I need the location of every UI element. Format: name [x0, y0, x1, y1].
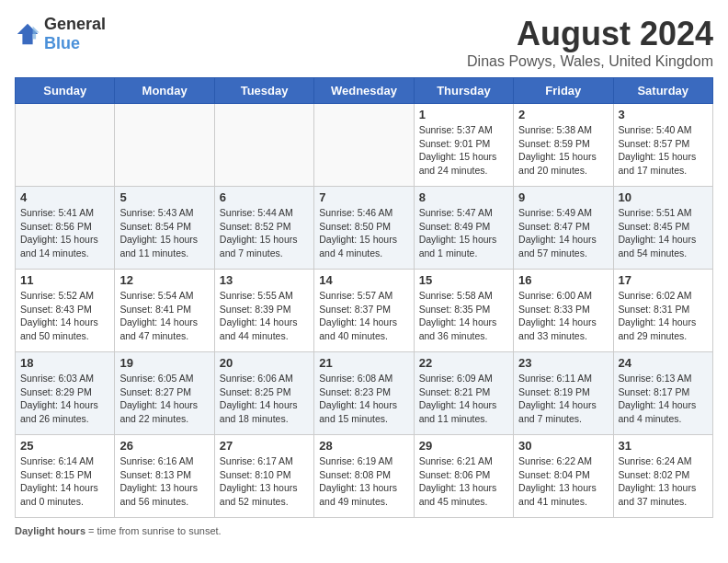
day-info: Sunrise: 6:13 AM Sunset: 8:17 PM Dayligh… [619, 372, 708, 426]
calendar-cell: 30Sunrise: 6:22 AM Sunset: 8:04 PM Dayli… [514, 435, 613, 518]
day-info: Sunrise: 5:46 AM Sunset: 8:50 PM Dayligh… [319, 206, 408, 260]
day-number: 11 [20, 273, 109, 287]
calendar-cell: 23Sunrise: 6:11 AM Sunset: 8:19 PM Dayli… [514, 352, 613, 435]
calendar-cell: 1Sunrise: 5:37 AM Sunset: 9:01 PM Daylig… [414, 104, 513, 187]
calendar-cell [314, 104, 414, 187]
calendar-cell: 6Sunrise: 5:44 AM Sunset: 8:52 PM Daylig… [214, 187, 313, 270]
day-number: 9 [518, 190, 608, 204]
day-number: 27 [220, 439, 309, 453]
calendar-cell: 26Sunrise: 6:16 AM Sunset: 8:13 PM Dayli… [115, 435, 214, 518]
calendar-cell [115, 104, 214, 187]
calendar-week-3: 11Sunrise: 5:52 AM Sunset: 8:43 PM Dayli… [16, 270, 713, 352]
day-number: 5 [119, 190, 209, 204]
col-tuesday: Tuesday [214, 78, 313, 104]
day-number: 8 [419, 190, 508, 204]
calendar-cell [16, 104, 115, 187]
calendar-body: 1Sunrise: 5:37 AM Sunset: 9:01 PM Daylig… [16, 104, 713, 518]
day-number: 19 [119, 356, 209, 370]
day-info: Sunrise: 6:03 AM Sunset: 8:29 PM Dayligh… [20, 372, 109, 426]
day-number: 2 [518, 108, 608, 121]
calendar-cell: 22Sunrise: 6:09 AM Sunset: 8:21 PM Dayli… [414, 352, 513, 435]
calendar-cell: 2Sunrise: 5:38 AM Sunset: 8:59 PM Daylig… [514, 104, 613, 187]
logo-blue: Blue [44, 34, 80, 52]
calendar-cell [214, 104, 313, 187]
calendar-cell: 14Sunrise: 5:57 AM Sunset: 8:37 PM Dayli… [314, 270, 414, 352]
col-thursday: Thursday [414, 78, 513, 104]
day-info: Sunrise: 5:51 AM Sunset: 8:45 PM Dayligh… [619, 206, 708, 260]
calendar-cell: 10Sunrise: 5:51 AM Sunset: 8:45 PM Dayli… [613, 187, 712, 270]
day-info: Sunrise: 6:09 AM Sunset: 8:21 PM Dayligh… [419, 372, 508, 426]
calendar: Sunday Monday Tuesday Wednesday Thursday… [15, 77, 713, 518]
day-info: Sunrise: 6:24 AM Sunset: 8:02 PM Dayligh… [619, 454, 708, 509]
day-number: 15 [419, 273, 508, 287]
day-number: 10 [619, 190, 708, 204]
day-info: Sunrise: 6:21 AM Sunset: 8:06 PM Dayligh… [419, 454, 508, 509]
day-number: 1 [419, 108, 508, 121]
calendar-cell: 9Sunrise: 5:49 AM Sunset: 8:47 PM Daylig… [514, 187, 613, 270]
day-info: Sunrise: 6:22 AM Sunset: 8:04 PM Dayligh… [518, 454, 608, 509]
calendar-cell: 19Sunrise: 6:05 AM Sunset: 8:27 PM Dayli… [115, 352, 214, 435]
calendar-week-4: 18Sunrise: 6:03 AM Sunset: 8:29 PM Dayli… [16, 352, 713, 435]
calendar-cell: 24Sunrise: 6:13 AM Sunset: 8:17 PM Dayli… [613, 352, 712, 435]
header-row: Sunday Monday Tuesday Wednesday Thursday… [16, 78, 713, 104]
day-info: Sunrise: 5:55 AM Sunset: 8:39 PM Dayligh… [220, 289, 309, 343]
calendar-week-5: 25Sunrise: 6:14 AM Sunset: 8:15 PM Dayli… [16, 435, 713, 518]
day-number: 28 [319, 439, 408, 453]
calendar-cell: 28Sunrise: 6:19 AM Sunset: 8:08 PM Dayli… [314, 435, 414, 518]
day-info: Sunrise: 6:06 AM Sunset: 8:25 PM Dayligh… [220, 372, 309, 426]
calendar-cell: 16Sunrise: 6:00 AM Sunset: 8:33 PM Dayli… [514, 270, 613, 352]
day-number: 4 [20, 190, 109, 204]
subtitle: Dinas Powys, Wales, United Kingdom [467, 53, 713, 70]
day-info: Sunrise: 5:47 AM Sunset: 8:49 PM Dayligh… [419, 206, 508, 260]
calendar-cell: 31Sunrise: 6:24 AM Sunset: 8:02 PM Dayli… [613, 435, 712, 518]
day-info: Sunrise: 6:17 AM Sunset: 8:10 PM Dayligh… [220, 454, 309, 509]
logo-text: General Blue [44, 15, 106, 53]
day-info: Sunrise: 5:54 AM Sunset: 8:41 PM Dayligh… [119, 289, 209, 343]
day-number: 21 [319, 356, 408, 370]
calendar-cell: 8Sunrise: 5:47 AM Sunset: 8:49 PM Daylig… [414, 187, 513, 270]
calendar-cell: 18Sunrise: 6:03 AM Sunset: 8:29 PM Dayli… [16, 352, 115, 435]
col-saturday: Saturday [613, 78, 712, 104]
footer-label: Daylight hours [15, 525, 85, 536]
day-number: 3 [619, 108, 708, 121]
calendar-cell: 3Sunrise: 5:40 AM Sunset: 8:57 PM Daylig… [613, 104, 712, 187]
day-number: 29 [419, 439, 508, 453]
day-number: 6 [220, 190, 309, 204]
day-info: Sunrise: 6:05 AM Sunset: 8:27 PM Dayligh… [119, 372, 209, 426]
main-title: August 2024 [467, 15, 713, 53]
day-info: Sunrise: 6:11 AM Sunset: 8:19 PM Dayligh… [518, 372, 608, 426]
calendar-cell: 5Sunrise: 5:43 AM Sunset: 8:54 PM Daylig… [115, 187, 214, 270]
day-info: Sunrise: 5:40 AM Sunset: 8:57 PM Dayligh… [619, 123, 708, 178]
day-info: Sunrise: 5:41 AM Sunset: 8:56 PM Dayligh… [20, 206, 109, 260]
day-info: Sunrise: 6:08 AM Sunset: 8:23 PM Dayligh… [319, 372, 408, 426]
calendar-cell: 25Sunrise: 6:14 AM Sunset: 8:15 PM Dayli… [16, 435, 115, 518]
col-friday: Friday [514, 78, 613, 104]
day-number: 12 [119, 273, 209, 287]
day-number: 26 [119, 439, 209, 453]
footer-note: Daylight hours = time from sunrise to su… [15, 525, 713, 536]
col-monday: Monday [115, 78, 214, 104]
day-info: Sunrise: 6:14 AM Sunset: 8:15 PM Dayligh… [20, 454, 109, 509]
day-info: Sunrise: 5:37 AM Sunset: 9:01 PM Dayligh… [419, 123, 508, 178]
day-number: 30 [518, 439, 608, 453]
day-number: 31 [619, 439, 708, 453]
day-number: 16 [518, 273, 608, 287]
title-area: August 2024 Dinas Powys, Wales, United K… [467, 15, 713, 70]
day-info: Sunrise: 6:00 AM Sunset: 8:33 PM Dayligh… [518, 289, 608, 343]
day-number: 14 [319, 273, 408, 287]
day-number: 22 [419, 356, 508, 370]
day-number: 20 [220, 356, 309, 370]
calendar-cell: 13Sunrise: 5:55 AM Sunset: 8:39 PM Dayli… [214, 270, 313, 352]
col-wednesday: Wednesday [314, 78, 414, 104]
logo-general: General [44, 15, 106, 33]
day-info: Sunrise: 6:19 AM Sunset: 8:08 PM Dayligh… [319, 454, 408, 509]
calendar-week-1: 1Sunrise: 5:37 AM Sunset: 9:01 PM Daylig… [16, 104, 713, 187]
day-info: Sunrise: 6:02 AM Sunset: 8:31 PM Dayligh… [619, 289, 708, 343]
day-info: Sunrise: 5:38 AM Sunset: 8:59 PM Dayligh… [518, 123, 608, 178]
svg-marker-2 [33, 27, 40, 40]
day-info: Sunrise: 5:57 AM Sunset: 8:37 PM Dayligh… [319, 289, 408, 343]
calendar-cell: 27Sunrise: 6:17 AM Sunset: 8:10 PM Dayli… [214, 435, 313, 518]
calendar-cell: 29Sunrise: 6:21 AM Sunset: 8:06 PM Dayli… [414, 435, 513, 518]
calendar-week-2: 4Sunrise: 5:41 AM Sunset: 8:56 PM Daylig… [16, 187, 713, 270]
header: General Blue August 2024 Dinas Powys, Wa… [15, 15, 713, 70]
